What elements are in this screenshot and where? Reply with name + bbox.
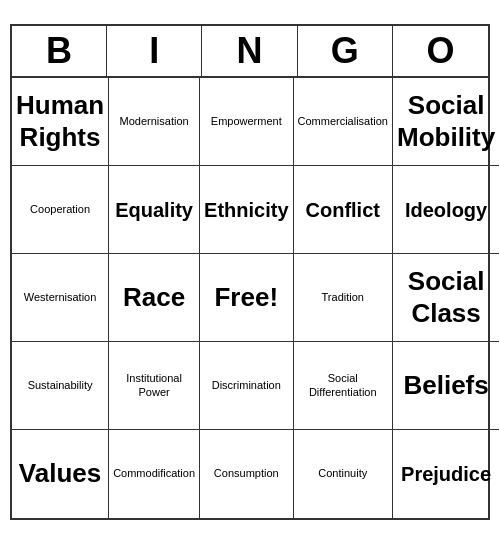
cell-label: Prejudice xyxy=(401,462,491,486)
cell-label: Social Differentiation xyxy=(298,372,388,398)
cell-label: Consumption xyxy=(214,467,279,480)
cell-label: Westernisation xyxy=(24,291,97,304)
cell-r1-c4: Ideology xyxy=(393,166,499,254)
cell-r1-c0: Cooperation xyxy=(12,166,109,254)
cell-label: Race xyxy=(123,282,185,313)
cell-r4-c1: Commodification xyxy=(109,430,200,518)
cell-r2-c2: Free! xyxy=(200,254,293,342)
cell-r3-c2: Discrimination xyxy=(200,342,293,430)
cell-r4-c4: Prejudice xyxy=(393,430,499,518)
cell-r2-c1: Race xyxy=(109,254,200,342)
cell-label: Modernisation xyxy=(120,115,189,128)
cell-r1-c1: Equality xyxy=(109,166,200,254)
cell-r0-c2: Empowerment xyxy=(200,78,293,166)
cell-r3-c0: Sustainability xyxy=(12,342,109,430)
cell-label: Tradition xyxy=(322,291,364,304)
header-letter: O xyxy=(393,26,488,76)
cell-label: Commodification xyxy=(113,467,195,480)
cell-r4-c0: Values xyxy=(12,430,109,518)
cell-label: Discrimination xyxy=(212,379,281,392)
cell-r2-c0: Westernisation xyxy=(12,254,109,342)
cell-label: Sustainability xyxy=(28,379,93,392)
cell-r0-c0: Human Rights xyxy=(12,78,109,166)
cell-r3-c1: Institutional Power xyxy=(109,342,200,430)
cell-label: Human Rights xyxy=(16,90,104,152)
cell-r3-c3: Social Differentiation xyxy=(294,342,393,430)
bingo-grid: Human RightsModernisationEmpowermentComm… xyxy=(12,78,488,518)
cell-label: Social Mobility xyxy=(397,90,495,152)
cell-label: Empowerment xyxy=(211,115,282,128)
cell-label: Conflict xyxy=(306,198,380,222)
cell-r2-c3: Tradition xyxy=(294,254,393,342)
cell-r0-c4: Social Mobility xyxy=(393,78,499,166)
cell-label: Ethnicity xyxy=(204,198,288,222)
cell-label: Continuity xyxy=(318,467,367,480)
cell-label: Beliefs xyxy=(403,370,488,401)
cell-label: Institutional Power xyxy=(113,372,195,398)
cell-label: Commercialisation xyxy=(298,115,388,128)
cell-r0-c1: Modernisation xyxy=(109,78,200,166)
cell-label: Ideology xyxy=(405,198,487,222)
cell-label: Social Class xyxy=(397,266,495,328)
cell-label: Free! xyxy=(214,282,278,313)
header-letter: N xyxy=(202,26,297,76)
cell-r2-c4: Social Class xyxy=(393,254,499,342)
header-letter: I xyxy=(107,26,202,76)
cell-r4-c2: Consumption xyxy=(200,430,293,518)
cell-r0-c3: Commercialisation xyxy=(294,78,393,166)
header-letter: G xyxy=(298,26,393,76)
bingo-card: BINGO Human RightsModernisationEmpowerme… xyxy=(10,24,490,520)
cell-label: Values xyxy=(19,458,101,489)
header-letter: B xyxy=(12,26,107,76)
bingo-header: BINGO xyxy=(12,26,488,78)
cell-r1-c2: Ethnicity xyxy=(200,166,293,254)
cell-r4-c3: Continuity xyxy=(294,430,393,518)
cell-r1-c3: Conflict xyxy=(294,166,393,254)
cell-label: Cooperation xyxy=(30,203,90,216)
cell-r3-c4: Beliefs xyxy=(393,342,499,430)
cell-label: Equality xyxy=(115,198,193,222)
